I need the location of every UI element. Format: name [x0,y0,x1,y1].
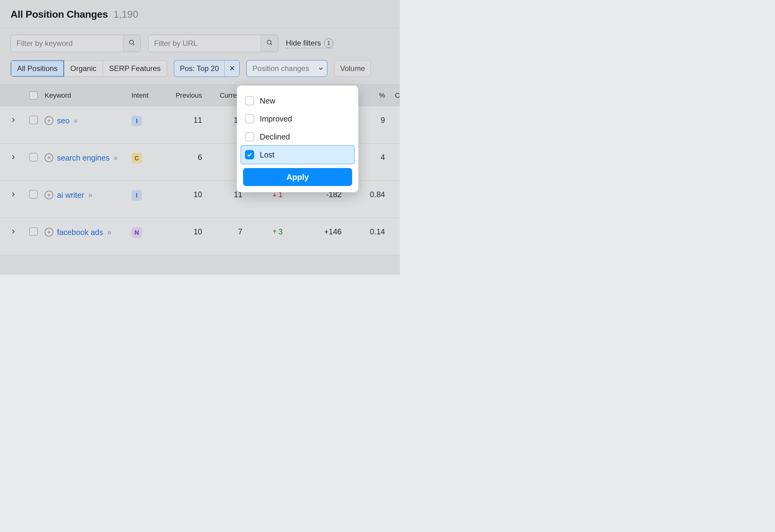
keyword-link[interactable]: search engines [57,153,110,162]
expand-row-toggle[interactable] [11,190,16,199]
column-previous[interactable]: Previous [162,91,206,99]
intent-badge: N [131,227,142,238]
chip-volume-label: Volume [334,64,370,73]
chip-position-changes-label: Position changes [247,64,315,73]
column-changes[interactable]: Changes [389,91,400,99]
double-chevron-icon: » [88,191,91,199]
filter-keyword-searchbox[interactable] [11,35,141,52]
column-keyword[interactable]: Keyword [45,91,131,99]
row-checkbox[interactable] [29,227,38,236]
popover-option[interactable]: New [241,92,354,110]
traffic-pct-value: 4 [381,153,385,162]
option-checkbox[interactable] [245,96,254,105]
filter-url-search-button[interactable] [261,35,278,52]
row-checkbox[interactable] [29,190,38,199]
add-keyword-button[interactable] [45,191,53,199]
expand-row-toggle[interactable] [11,116,16,125]
traffic-pct-value: 0.14 [370,227,385,236]
hide-filters-label: Hide filters [286,39,321,47]
option-checkbox[interactable] [245,150,254,159]
double-chevron-icon: » [107,228,111,236]
svg-line-3 [270,44,272,45]
chip-pos-top-20-label: Pos: Top 20 [174,64,224,73]
traffic-pct-value: 9 [381,116,385,125]
search-icon [129,39,135,47]
previous-value: 10 [193,190,202,199]
select-all-checkbox[interactable] [29,91,38,100]
option-checkbox[interactable] [245,114,254,123]
position-changes-popover: New Improved Declined Lost Apply [237,86,358,192]
hide-filters-count-badge: 1 [324,38,333,48]
option-checkbox[interactable] [245,132,254,141]
filter-url-input[interactable] [148,35,261,52]
previous-value: 6 [198,153,202,162]
intent-badge: I [131,190,142,200]
previous-value: 11 [193,116,202,125]
hide-filters-toggle[interactable]: Hide filters 1 [286,38,333,48]
close-icon [229,64,235,73]
diff-value: 3 [272,227,283,236]
traffic-change-value: +146 [324,227,341,236]
option-label: Improved [260,114,292,123]
segment-serp-features[interactable]: SERP Features [103,60,167,77]
segment-all-positions[interactable]: All Positions [11,60,64,77]
keyword-link[interactable]: ai writer [57,191,84,199]
current-value: 7 [238,227,242,236]
apply-button[interactable]: Apply [243,168,352,186]
popover-option[interactable]: Declined [241,128,354,146]
row-checkbox[interactable] [29,116,38,124]
double-chevron-icon: » [73,116,77,125]
table-row: facebook ads » N 10 7 3 +146 0.14 [0,218,400,255]
add-keyword-button[interactable] [45,153,53,162]
svg-point-0 [129,40,133,44]
traffic-pct-value: 0.84 [370,190,385,199]
position-scope-segmented[interactable]: All Positions Organic SERP Features [11,60,167,77]
previous-value: 10 [193,227,202,236]
expand-row-toggle[interactable] [11,153,16,162]
column-intent[interactable]: Intent [131,91,162,99]
add-keyword-button[interactable] [45,116,53,125]
option-label: Lost [260,150,274,159]
option-label: Declined [260,132,290,141]
result-count: 1,190 [113,9,138,20]
segment-organic[interactable]: Organic [64,60,103,77]
chevron-down-icon [315,66,327,71]
filter-keyword-input[interactable] [11,35,123,52]
chip-pos-top-20[interactable]: Pos: Top 20 [174,60,240,77]
page-title: All Position Changes [11,9,108,20]
filter-url-searchbox[interactable] [148,35,278,52]
svg-point-2 [267,40,271,44]
chip-position-changes-dropdown[interactable]: Position changes [246,60,327,77]
popover-option[interactable]: Lost [241,146,354,164]
intent-badge: I [131,116,142,126]
intent-badge: C [131,153,142,163]
double-chevron-icon: » [114,153,117,162]
expand-row-toggle[interactable] [11,227,16,236]
search-icon [266,39,273,47]
row-checkbox[interactable] [29,153,38,161]
keyword-link[interactable]: facebook ads [57,228,103,236]
keyword-link[interactable]: seo [57,116,69,125]
option-label: New [260,96,275,105]
svg-line-1 [133,44,134,45]
filter-keyword-search-button[interactable] [123,35,140,52]
chip-pos-top-20-remove[interactable] [224,60,239,77]
add-keyword-button[interactable] [45,228,53,236]
chip-volume[interactable]: Volume [334,60,371,77]
popover-option[interactable]: Improved [241,110,354,128]
